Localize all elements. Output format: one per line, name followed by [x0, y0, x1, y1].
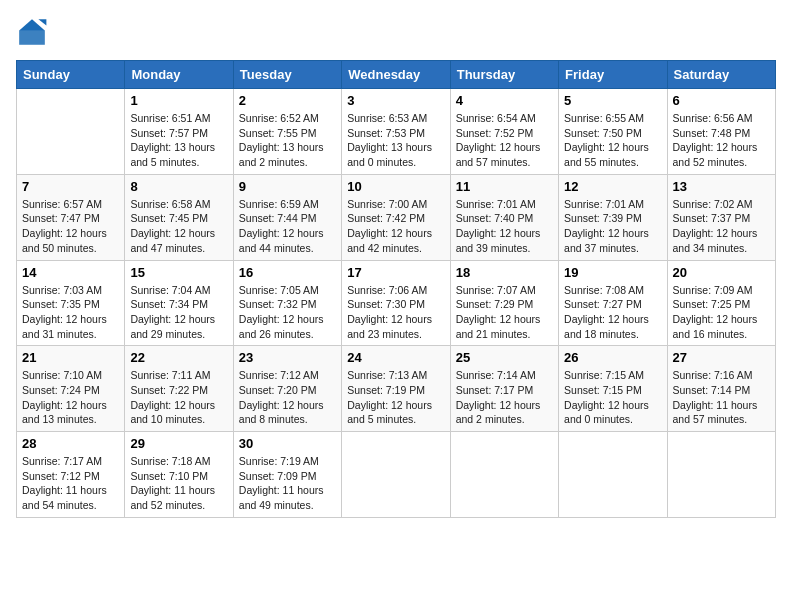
logo	[16, 16, 52, 48]
day-info: Sunrise: 7:04 AMSunset: 7:34 PMDaylight:…	[130, 283, 227, 342]
day-number: 17	[347, 265, 444, 280]
day-info: Sunrise: 7:06 AMSunset: 7:30 PMDaylight:…	[347, 283, 444, 342]
day-info: Sunrise: 6:53 AMSunset: 7:53 PMDaylight:…	[347, 111, 444, 170]
day-number: 24	[347, 350, 444, 365]
calendar-cell: 17 Sunrise: 7:06 AMSunset: 7:30 PMDaylig…	[342, 260, 450, 346]
day-info: Sunrise: 7:13 AMSunset: 7:19 PMDaylight:…	[347, 368, 444, 427]
calendar-cell: 13 Sunrise: 7:02 AMSunset: 7:37 PMDaylig…	[667, 174, 775, 260]
day-number: 1	[130, 93, 227, 108]
day-number: 22	[130, 350, 227, 365]
day-number: 30	[239, 436, 336, 451]
calendar-cell: 23 Sunrise: 7:12 AMSunset: 7:20 PMDaylig…	[233, 346, 341, 432]
day-number: 25	[456, 350, 553, 365]
calendar-cell: 10 Sunrise: 7:00 AMSunset: 7:42 PMDaylig…	[342, 174, 450, 260]
day-info: Sunrise: 7:15 AMSunset: 7:15 PMDaylight:…	[564, 368, 661, 427]
day-info: Sunrise: 7:19 AMSunset: 7:09 PMDaylight:…	[239, 454, 336, 513]
day-info: Sunrise: 7:01 AMSunset: 7:40 PMDaylight:…	[456, 197, 553, 256]
day-number: 18	[456, 265, 553, 280]
day-number: 11	[456, 179, 553, 194]
day-info: Sunrise: 6:54 AMSunset: 7:52 PMDaylight:…	[456, 111, 553, 170]
day-number: 26	[564, 350, 661, 365]
day-number: 9	[239, 179, 336, 194]
calendar-cell: 14 Sunrise: 7:03 AMSunset: 7:35 PMDaylig…	[17, 260, 125, 346]
calendar-cell: 8 Sunrise: 6:58 AMSunset: 7:45 PMDayligh…	[125, 174, 233, 260]
weekday-header: Friday	[559, 61, 667, 89]
calendar-table: SundayMondayTuesdayWednesdayThursdayFrid…	[16, 60, 776, 518]
day-number: 8	[130, 179, 227, 194]
day-info: Sunrise: 6:59 AMSunset: 7:44 PMDaylight:…	[239, 197, 336, 256]
day-info: Sunrise: 6:55 AMSunset: 7:50 PMDaylight:…	[564, 111, 661, 170]
day-info: Sunrise: 7:00 AMSunset: 7:42 PMDaylight:…	[347, 197, 444, 256]
calendar-cell: 5 Sunrise: 6:55 AMSunset: 7:50 PMDayligh…	[559, 89, 667, 175]
day-info: Sunrise: 6:58 AMSunset: 7:45 PMDaylight:…	[130, 197, 227, 256]
weekday-header: Monday	[125, 61, 233, 89]
day-number: 19	[564, 265, 661, 280]
day-info: Sunrise: 7:05 AMSunset: 7:32 PMDaylight:…	[239, 283, 336, 342]
calendar-cell	[17, 89, 125, 175]
calendar-cell	[450, 432, 558, 518]
svg-marker-1	[38, 19, 46, 25]
day-info: Sunrise: 7:11 AMSunset: 7:22 PMDaylight:…	[130, 368, 227, 427]
calendar-cell: 18 Sunrise: 7:07 AMSunset: 7:29 PMDaylig…	[450, 260, 558, 346]
calendar-cell: 25 Sunrise: 7:14 AMSunset: 7:17 PMDaylig…	[450, 346, 558, 432]
calendar-cell: 12 Sunrise: 7:01 AMSunset: 7:39 PMDaylig…	[559, 174, 667, 260]
day-info: Sunrise: 7:07 AMSunset: 7:29 PMDaylight:…	[456, 283, 553, 342]
weekday-header: Thursday	[450, 61, 558, 89]
day-info: Sunrise: 7:02 AMSunset: 7:37 PMDaylight:…	[673, 197, 770, 256]
page-header	[16, 16, 776, 48]
day-info: Sunrise: 6:52 AMSunset: 7:55 PMDaylight:…	[239, 111, 336, 170]
calendar-cell	[342, 432, 450, 518]
day-info: Sunrise: 7:01 AMSunset: 7:39 PMDaylight:…	[564, 197, 661, 256]
day-number: 15	[130, 265, 227, 280]
calendar-cell: 29 Sunrise: 7:18 AMSunset: 7:10 PMDaylig…	[125, 432, 233, 518]
day-number: 3	[347, 93, 444, 108]
calendar-cell: 27 Sunrise: 7:16 AMSunset: 7:14 PMDaylig…	[667, 346, 775, 432]
logo-icon	[16, 16, 48, 48]
day-info: Sunrise: 6:51 AMSunset: 7:57 PMDaylight:…	[130, 111, 227, 170]
calendar-cell: 4 Sunrise: 6:54 AMSunset: 7:52 PMDayligh…	[450, 89, 558, 175]
calendar-cell: 2 Sunrise: 6:52 AMSunset: 7:55 PMDayligh…	[233, 89, 341, 175]
day-number: 20	[673, 265, 770, 280]
calendar-cell: 28 Sunrise: 7:17 AMSunset: 7:12 PMDaylig…	[17, 432, 125, 518]
svg-rect-2	[19, 30, 45, 44]
day-info: Sunrise: 7:16 AMSunset: 7:14 PMDaylight:…	[673, 368, 770, 427]
calendar-cell: 30 Sunrise: 7:19 AMSunset: 7:09 PMDaylig…	[233, 432, 341, 518]
calendar-cell: 24 Sunrise: 7:13 AMSunset: 7:19 PMDaylig…	[342, 346, 450, 432]
day-info: Sunrise: 7:14 AMSunset: 7:17 PMDaylight:…	[456, 368, 553, 427]
day-info: Sunrise: 7:10 AMSunset: 7:24 PMDaylight:…	[22, 368, 119, 427]
day-info: Sunrise: 7:03 AMSunset: 7:35 PMDaylight:…	[22, 283, 119, 342]
calendar-cell: 7 Sunrise: 6:57 AMSunset: 7:47 PMDayligh…	[17, 174, 125, 260]
day-number: 5	[564, 93, 661, 108]
calendar-cell: 19 Sunrise: 7:08 AMSunset: 7:27 PMDaylig…	[559, 260, 667, 346]
day-number: 14	[22, 265, 119, 280]
day-info: Sunrise: 7:08 AMSunset: 7:27 PMDaylight:…	[564, 283, 661, 342]
day-number: 7	[22, 179, 119, 194]
day-number: 6	[673, 93, 770, 108]
calendar-cell: 9 Sunrise: 6:59 AMSunset: 7:44 PMDayligh…	[233, 174, 341, 260]
calendar-cell: 20 Sunrise: 7:09 AMSunset: 7:25 PMDaylig…	[667, 260, 775, 346]
calendar-cell: 26 Sunrise: 7:15 AMSunset: 7:15 PMDaylig…	[559, 346, 667, 432]
calendar-cell: 21 Sunrise: 7:10 AMSunset: 7:24 PMDaylig…	[17, 346, 125, 432]
weekday-header: Tuesday	[233, 61, 341, 89]
weekday-header: Saturday	[667, 61, 775, 89]
calendar-cell: 11 Sunrise: 7:01 AMSunset: 7:40 PMDaylig…	[450, 174, 558, 260]
day-number: 13	[673, 179, 770, 194]
day-number: 23	[239, 350, 336, 365]
day-number: 27	[673, 350, 770, 365]
calendar-cell: 15 Sunrise: 7:04 AMSunset: 7:34 PMDaylig…	[125, 260, 233, 346]
day-number: 28	[22, 436, 119, 451]
day-number: 4	[456, 93, 553, 108]
weekday-header: Wednesday	[342, 61, 450, 89]
day-info: Sunrise: 7:12 AMSunset: 7:20 PMDaylight:…	[239, 368, 336, 427]
calendar-cell: 22 Sunrise: 7:11 AMSunset: 7:22 PMDaylig…	[125, 346, 233, 432]
day-number: 16	[239, 265, 336, 280]
calendar-cell: 1 Sunrise: 6:51 AMSunset: 7:57 PMDayligh…	[125, 89, 233, 175]
day-info: Sunrise: 7:09 AMSunset: 7:25 PMDaylight:…	[673, 283, 770, 342]
day-number: 10	[347, 179, 444, 194]
day-number: 29	[130, 436, 227, 451]
calendar-cell: 16 Sunrise: 7:05 AMSunset: 7:32 PMDaylig…	[233, 260, 341, 346]
day-info: Sunrise: 7:18 AMSunset: 7:10 PMDaylight:…	[130, 454, 227, 513]
calendar-cell	[667, 432, 775, 518]
day-number: 12	[564, 179, 661, 194]
day-number: 2	[239, 93, 336, 108]
